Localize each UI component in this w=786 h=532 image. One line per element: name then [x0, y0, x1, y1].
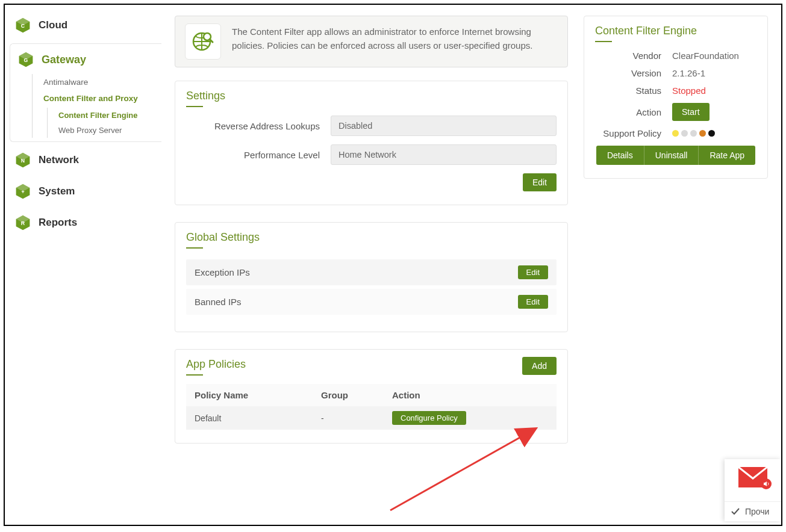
vendor-value: ClearFoundation	[672, 51, 756, 61]
dot-icon	[681, 130, 688, 137]
nav-system-label: System	[39, 185, 75, 197]
engine-panel: Content Filter Engine Vendor ClearFounda…	[584, 16, 768, 179]
cube-icon: R	[14, 214, 31, 231]
nav-cloud[interactable]: C Cloud	[5, 10, 161, 41]
version-label: Version	[595, 68, 672, 78]
global-settings-title: Global Settings	[186, 231, 260, 247]
dot-icon	[690, 130, 697, 137]
policy-row-name: Default	[195, 413, 321, 423]
policy-row-group: -	[321, 413, 392, 423]
notification-widget[interactable]: Прочи	[725, 459, 781, 521]
banned-ips-label: Banned IPs	[195, 297, 518, 307]
cube-icon: N	[14, 152, 31, 169]
cube-icon: +	[14, 183, 31, 200]
app-policies-title: App Policies	[186, 358, 246, 374]
subsubnav-web-proxy-server[interactable]: Web Proxy Server	[48, 123, 161, 138]
app-description-text: The Content Filter app allows an adminis…	[232, 23, 558, 60]
dot-icon	[699, 130, 706, 137]
cube-icon: G	[17, 51, 34, 68]
rate-app-button[interactable]: Rate App	[698, 146, 755, 165]
uninstall-button[interactable]: Uninstall	[644, 146, 699, 165]
nav-gateway-label: Gateway	[42, 54, 86, 66]
policies-col-name: Policy Name	[195, 390, 321, 400]
app-description: The Content Filter app allows an adminis…	[175, 16, 568, 67]
check-icon	[731, 507, 740, 516]
svg-text:N: N	[21, 158, 25, 164]
performance-level-label: Performance Level	[186, 150, 331, 160]
settings-edit-button[interactable]: Edit	[523, 173, 557, 191]
sound-badge-icon	[761, 478, 772, 489]
nav-gateway[interactable]: G Gateway	[10, 44, 161, 74]
policy-row: Default - Configure Policy	[186, 406, 557, 430]
nav-reports-label: Reports	[39, 217, 77, 229]
banned-ips-edit-button[interactable]: Edit	[518, 295, 548, 309]
nav-cloud-label: Cloud	[39, 19, 67, 31]
action-label: Action	[595, 107, 672, 117]
performance-level-value: Home Network	[331, 144, 557, 165]
vendor-label: Vendor	[595, 51, 672, 61]
global-settings-panel: Global Settings Exception IPs Edit Banne…	[175, 222, 568, 332]
reverse-lookups-label: Reverse Address Lookups	[186, 121, 331, 131]
policies-col-group: Group	[321, 390, 392, 400]
nav-reports[interactable]: R Reports	[5, 207, 161, 238]
svg-text:+: +	[21, 189, 24, 195]
reverse-lookups-value: Disabled	[331, 116, 557, 136]
nav-network[interactable]: N Network	[5, 144, 161, 176]
add-policy-button[interactable]: Add	[522, 357, 557, 375]
nav-gateway-panel: G Gateway Antimalware Content Filter and…	[10, 43, 161, 142]
status-value: Stopped	[672, 85, 756, 96]
nav-system[interactable]: + System	[5, 176, 161, 207]
app-policies-panel: App Policies Add Policy Name Group Actio…	[175, 349, 568, 444]
svg-text:R: R	[21, 220, 25, 226]
notification-label: Прочи	[745, 507, 769, 516]
support-policy-dots	[672, 130, 715, 137]
notification-row[interactable]: Прочи	[725, 501, 781, 521]
configure-policy-button[interactable]: Configure Policy	[392, 411, 466, 425]
support-policy-label: Support Policy	[595, 128, 672, 138]
nav-network-label: Network	[39, 154, 79, 166]
cube-icon: C	[14, 17, 31, 34]
engine-title: Content Filter Engine	[595, 25, 697, 41]
dot-icon	[708, 130, 715, 137]
settings-title: Settings	[186, 90, 225, 106]
svg-text:C: C	[21, 23, 25, 29]
dot-icon	[672, 130, 679, 137]
policies-col-action: Action	[392, 390, 548, 400]
settings-panel: Settings Reverse Address Lookups Disable…	[175, 81, 568, 205]
subnav-content-filter-proxy[interactable]: Content Filter and Proxy	[33, 90, 161, 107]
start-button[interactable]: Start	[672, 103, 710, 121]
subsubnav-content-filter-engine[interactable]: Content Filter Engine	[48, 108, 161, 123]
status-label: Status	[595, 85, 672, 96]
svg-text:G: G	[24, 57, 28, 63]
subnav-antimalware[interactable]: Antimalware	[33, 74, 161, 90]
exception-ips-edit-button[interactable]: Edit	[518, 265, 548, 279]
exception-ips-label: Exception IPs	[195, 267, 518, 277]
globe-search-icon	[185, 23, 221, 60]
details-button[interactable]: Details	[596, 146, 644, 165]
version-value: 2.1.26-1	[672, 68, 756, 78]
